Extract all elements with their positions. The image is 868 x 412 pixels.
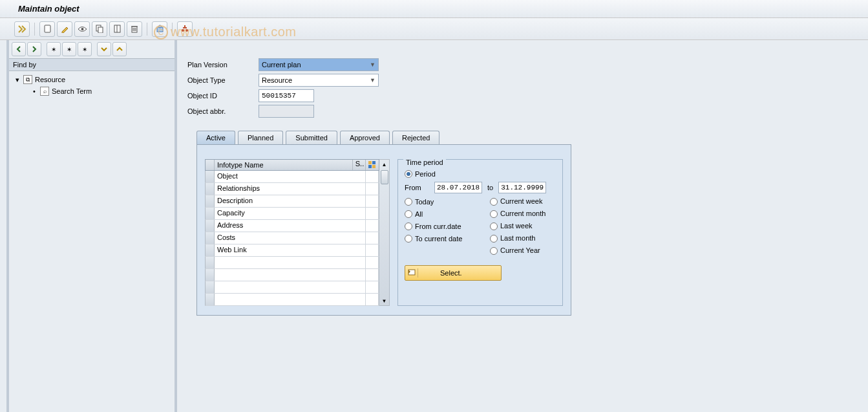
separator [172, 23, 173, 36]
time-period-group: Time period Period From to Today Current… [397, 159, 563, 306]
row-selector[interactable] [206, 208, 215, 219]
create-icon[interactable] [39, 21, 55, 37]
table-row[interactable]: Relationships [205, 183, 379, 195]
select-button[interactable]: Select. [405, 265, 502, 281]
cell-s [366, 281, 379, 293]
radio-to-current-date[interactable] [405, 235, 412, 243]
table-row[interactable]: Object [205, 171, 379, 183]
cell-s [366, 294, 379, 305]
svg-rect-19 [368, 165, 372, 168]
row-selector[interactable] [206, 171, 215, 182]
from-label: From [405, 184, 434, 191]
object-type-combo[interactable]: Resource ▼ [259, 74, 379, 87]
nav-left-icon[interactable] [12, 42, 26, 56]
collapse-all-icon[interactable] [112, 42, 127, 56]
row-selector[interactable] [206, 195, 215, 207]
table-row[interactable] [205, 294, 379, 306]
scroll-up-icon[interactable]: ▲ [380, 160, 389, 169]
col-settings-icon[interactable] [366, 160, 379, 170]
scroll-thumb[interactable] [381, 170, 388, 184]
radio-label: Current month [500, 210, 545, 217]
tab-approved[interactable]: Approved [340, 131, 390, 144]
table-header: Infotype Name S.. [205, 159, 379, 171]
display-icon[interactable] [74, 21, 90, 37]
radio-current-week[interactable] [490, 198, 498, 206]
radio-last-week[interactable] [490, 222, 498, 230]
table-row[interactable]: Web Link [205, 244, 379, 257]
execute-icon[interactable] [14, 21, 30, 37]
row-selector[interactable] [206, 220, 215, 232]
star2-icon[interactable]: ✶ [62, 42, 76, 56]
cell-s [366, 257, 379, 268]
row-selector[interactable] [206, 269, 215, 281]
scrollbar[interactable]: ▲ ▼ [379, 159, 390, 306]
tree-label: Search Term [52, 87, 92, 95]
col-infotype-name[interactable]: Infotype Name [215, 160, 353, 170]
window-title: Maintain object [18, 4, 79, 14]
row-selector[interactable] [206, 294, 215, 305]
tree-node-search-term[interactable]: • ⌕ Search Term [13, 85, 171, 97]
delete-icon[interactable] [127, 21, 142, 37]
tab-submitted[interactable]: Submitted [286, 131, 337, 144]
star1-icon[interactable]: ✶ [47, 42, 61, 56]
tab-planned[interactable]: Planned [238, 131, 283, 144]
where-used-icon[interactable] [177, 21, 193, 37]
infotype-table: Infotype Name S.. ObjectRelationshipsDes… [205, 159, 379, 306]
sidebar-toolbar: ✶ ✶ ✶ [9, 40, 175, 58]
cell-infotype-name: Relationships [215, 183, 366, 195]
table-row[interactable] [205, 269, 379, 281]
object-abbr-input [259, 105, 314, 118]
copy-icon[interactable] [92, 21, 107, 37]
table-row[interactable]: Address [205, 220, 379, 232]
row-selector[interactable] [206, 244, 215, 256]
overview-icon[interactable] [152, 21, 167, 37]
tree-node-resource[interactable]: ▾ ⧉ Resource [13, 74, 171, 85]
cell-infotype-name: Description [215, 195, 366, 207]
cell-infotype-name: Object [215, 171, 366, 182]
tab-rejected[interactable]: Rejected [392, 131, 439, 144]
row-selector[interactable] [206, 183, 215, 195]
delimit-icon[interactable] [109, 21, 125, 37]
table-row[interactable]: Capacity [205, 208, 379, 220]
radio-all[interactable] [405, 210, 412, 218]
expand-all-icon[interactable] [97, 42, 111, 56]
object-id-input[interactable] [259, 89, 314, 102]
tab-active[interactable]: Active [196, 131, 235, 144]
object-abbr-label: Object abbr. [187, 107, 259, 115]
plan-version-combo[interactable]: Current plan ▼ [259, 58, 379, 71]
chevron-down-icon[interactable]: ▾ [14, 76, 21, 84]
svg-point-1 [81, 28, 83, 30]
col-s[interactable]: S.. [353, 160, 366, 170]
table-row[interactable]: Costs [205, 232, 379, 244]
window-title-bar: Maintain object [0, 0, 868, 18]
radio-current-month[interactable] [490, 210, 498, 218]
table-row[interactable]: Description [205, 195, 379, 208]
row-selector[interactable] [206, 232, 215, 244]
change-icon[interactable] [57, 21, 72, 37]
from-date-input[interactable] [434, 182, 482, 193]
tabs-body: Infotype Name S.. ObjectRelationshipsDes… [196, 144, 571, 316]
cell-infotype-name: Web Link [215, 244, 366, 256]
row-selector-header[interactable] [206, 160, 215, 170]
nav-right-icon[interactable] [27, 42, 41, 56]
radio-from-curr-date[interactable] [405, 222, 412, 230]
svg-rect-20 [372, 165, 376, 168]
radio-period[interactable] [405, 170, 412, 178]
tree-label: Resource [35, 76, 65, 83]
combo-value: Current plan [262, 61, 301, 69]
table-row[interactable] [205, 281, 379, 294]
star3-icon[interactable]: ✶ [78, 42, 92, 56]
row-selector[interactable] [206, 281, 215, 293]
cell-infotype-name [215, 257, 366, 268]
row-selector[interactable] [206, 257, 215, 268]
radio-last-month[interactable] [490, 235, 498, 243]
scroll-down-icon[interactable]: ▼ [380, 296, 389, 305]
table-row[interactable] [205, 257, 379, 269]
svg-rect-3 [98, 27, 103, 33]
sidebar: ✶ ✶ ✶ Find by ▾ ⧉ Resource • ⌕ Search Te… [9, 40, 177, 412]
radio-today[interactable] [405, 198, 412, 206]
to-date-input[interactable] [498, 182, 546, 193]
svg-rect-17 [368, 161, 372, 164]
radio-label: All [415, 210, 423, 218]
radio-current-year[interactable] [490, 247, 498, 255]
